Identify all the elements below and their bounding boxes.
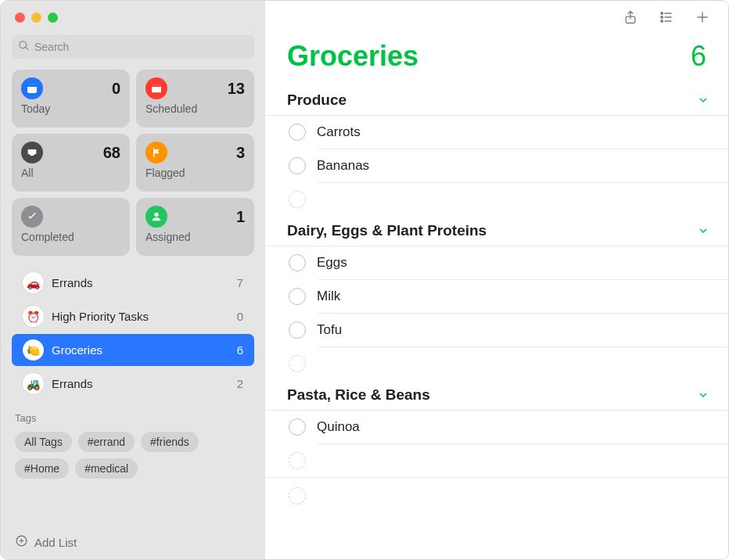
checkmark-icon	[21, 206, 43, 228]
new-reminder-button[interactable]	[694, 10, 711, 27]
svg-point-4	[154, 213, 158, 217]
plus-circle-icon	[15, 534, 28, 550]
svg-point-8	[661, 16, 663, 19]
section-dairy: Dairy, Eggs & Plant Proteins Eggs Milk T…	[265, 216, 728, 380]
reminder-title[interactable]: Quinoa	[317, 419, 709, 435]
calendar-icon	[145, 77, 167, 99]
reminder-title[interactable]: Bananas	[317, 158, 709, 174]
smart-card-flagged[interactable]: 3 Flagged	[136, 134, 254, 192]
smart-label: All	[21, 167, 120, 179]
reminder-title[interactable]: Eggs	[317, 255, 709, 271]
list-label: High Priority Tasks	[52, 310, 229, 323]
main-panel: Groceries 6 Produce Carrots Bananas Dair…	[265, 1, 728, 559]
tag-home[interactable]: #Home	[15, 458, 69, 479]
completion-toggle[interactable]	[289, 124, 306, 141]
close-window-button[interactable]	[15, 13, 25, 23]
new-reminder-uncategorized[interactable]	[265, 477, 728, 514]
window-controls	[1, 1, 265, 31]
section-header[interactable]: Pasta, Rice & Beans	[265, 380, 728, 411]
sidebar: 0 Today 13 Scheduled 68 All	[1, 1, 265, 559]
reminder-row[interactable]: Tofu	[265, 314, 728, 346]
chevron-down-icon	[697, 224, 709, 237]
tag-friends[interactable]: #friends	[141, 432, 199, 452]
list-item-groceries[interactable]: 🍋 Groceries 6	[12, 334, 254, 366]
list-label: Groceries	[52, 343, 229, 357]
svg-rect-1	[27, 84, 37, 87]
my-lists: 🚗 Errands 7 ⏰ High Priority Tasks 0 🍋 Gr…	[1, 265, 265, 401]
reminder-title[interactable]: Milk	[317, 289, 709, 304]
list-emoji-icon: ⏰	[23, 306, 44, 327]
svg-point-9	[661, 20, 663, 23]
smart-label: Assigned	[145, 231, 245, 243]
smart-count: 1	[236, 208, 245, 226]
toolbar	[265, 1, 728, 31]
smart-count: 3	[236, 144, 245, 162]
list-item-errands-2[interactable]: 🚜 Errands 2	[12, 368, 254, 400]
add-list-button[interactable]: Add List	[1, 525, 265, 559]
list-bullet-icon	[659, 9, 674, 28]
list-item-errands[interactable]: 🚗 Errands 7	[12, 267, 254, 299]
reminder-row[interactable]: Carrots	[265, 116, 728, 149]
section-header[interactable]: Produce	[265, 85, 728, 116]
share-icon	[623, 9, 638, 28]
new-reminder-placeholder[interactable]	[265, 183, 728, 216]
list-count: 0	[237, 310, 243, 323]
list-count: 6	[237, 343, 243, 357]
section-name: Pasta, Rice & Beans	[287, 386, 430, 404]
minimize-window-button[interactable]	[31, 13, 41, 23]
completion-toggle[interactable]	[289, 157, 306, 174]
share-button[interactable]	[622, 10, 639, 27]
completion-toggle[interactable]	[289, 321, 306, 339]
section-name: Dairy, Eggs & Plant Proteins	[287, 222, 487, 239]
completion-toggle-placeholder	[289, 355, 306, 372]
plus-icon	[695, 9, 710, 28]
section-produce: Produce Carrots Bananas	[265, 85, 728, 216]
reminder-row[interactable]: Milk	[265, 280, 728, 313]
smart-card-scheduled[interactable]: 13 Scheduled	[136, 70, 254, 127]
tag-medical[interactable]: #medical	[75, 458, 138, 479]
svg-point-7	[661, 13, 663, 15]
smart-count: 68	[103, 144, 120, 162]
completion-toggle-placeholder	[289, 191, 306, 208]
smart-card-all[interactable]: 68 All	[12, 134, 130, 192]
smart-label: Flagged	[145, 167, 245, 179]
reminder-row[interactable]: Quinoa	[265, 411, 728, 443]
flag-icon	[145, 142, 167, 163]
chevron-down-icon	[697, 94, 709, 106]
smart-label: Completed	[21, 231, 120, 243]
smart-count: 13	[228, 80, 245, 98]
smart-card-today[interactable]: 0 Today	[12, 70, 130, 127]
list-count: 2	[237, 377, 243, 390]
reminder-title[interactable]: Carrots	[317, 124, 709, 140]
completion-toggle[interactable]	[289, 288, 306, 305]
tray-icon	[21, 142, 43, 163]
new-reminder-placeholder[interactable]	[265, 444, 728, 477]
reminder-row[interactable]: Eggs	[265, 246, 728, 279]
add-list-label: Add List	[34, 536, 77, 549]
completion-toggle-placeholder	[289, 452, 306, 469]
search-input[interactable]	[34, 41, 248, 53]
tags-header: Tags	[15, 412, 251, 424]
list-count: 7	[237, 276, 243, 289]
zoom-window-button[interactable]	[48, 13, 58, 23]
tag-all[interactable]: All Tags	[15, 432, 72, 452]
calendar-today-icon	[21, 77, 43, 99]
reminder-title[interactable]: Tofu	[317, 322, 709, 338]
list-label: Errands	[52, 276, 229, 289]
reminder-row[interactable]: Bananas	[265, 149, 728, 182]
new-reminder-placeholder[interactable]	[265, 347, 728, 380]
list-emoji-icon: 🍋	[23, 339, 44, 361]
view-options-button[interactable]	[658, 10, 675, 27]
completion-toggle[interactable]	[289, 254, 306, 271]
smart-label: Scheduled	[145, 102, 245, 115]
list-item-high-priority[interactable]: ⏰ High Priority Tasks 0	[12, 300, 254, 332]
search-field[interactable]	[12, 35, 254, 59]
chevron-down-icon	[697, 389, 709, 401]
search-icon	[18, 40, 30, 55]
smart-card-assigned[interactable]: 1 Assigned	[136, 198, 254, 256]
tag-errand[interactable]: #errand	[78, 432, 135, 452]
completion-toggle[interactable]	[289, 418, 306, 436]
section-header[interactable]: Dairy, Eggs & Plant Proteins	[265, 216, 728, 246]
smart-card-completed[interactable]: Completed	[12, 198, 130, 256]
smart-count: 0	[112, 80, 120, 98]
